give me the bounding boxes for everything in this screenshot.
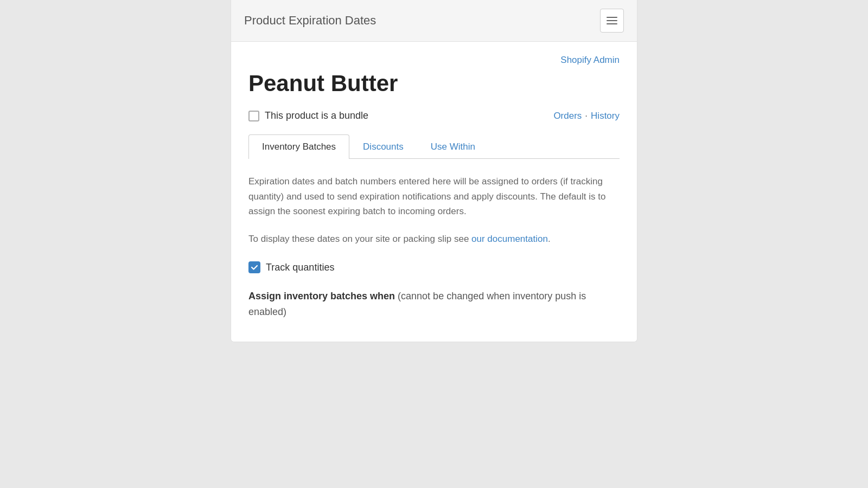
page-wrapper: Product Expiration Dates Shopify Admin P… bbox=[0, 0, 868, 488]
menu-toggle-button[interactable] bbox=[600, 9, 624, 33]
page-content: Shopify Admin Peanut Butter This product… bbox=[231, 42, 637, 342]
assign-batches-bold: Assign inventory batches when bbox=[248, 291, 395, 301]
description-text: Expiration dates and batch numbers enter… bbox=[248, 174, 620, 219]
track-quantities-checkbox-wrapper bbox=[248, 261, 260, 273]
page-header: Product Expiration Dates bbox=[231, 0, 637, 42]
doc-link-text: our documentation bbox=[471, 234, 548, 244]
bundle-checkbox-label[interactable]: This product is a bundle bbox=[248, 110, 368, 121]
doc-link-pre-text: To display these dates on your site or p… bbox=[248, 234, 471, 244]
checkmark-icon bbox=[251, 264, 258, 271]
shopify-admin-link[interactable]: Shopify Admin bbox=[248, 55, 620, 66]
bundle-label-text: This product is a bundle bbox=[265, 110, 368, 121]
menu-icon-line2 bbox=[607, 20, 617, 21]
menu-icon-line1 bbox=[607, 17, 617, 18]
page-title: Product Expiration Dates bbox=[244, 14, 376, 28]
product-title: Peanut Butter bbox=[248, 70, 620, 97]
menu-icon-line3 bbox=[607, 23, 617, 24]
tab-discounts[interactable]: Discounts bbox=[349, 134, 417, 159]
orders-history-links: Orders · History bbox=[553, 111, 620, 121]
tab-use-within[interactable]: Use Within bbox=[417, 134, 489, 159]
track-quantities-label[interactable]: Track quantities bbox=[248, 261, 620, 273]
tabs-container: Inventory Batches Discounts Use Within bbox=[248, 134, 620, 159]
bundle-row: This product is a bundle Orders · Histor… bbox=[248, 110, 620, 121]
orders-link[interactable]: Orders bbox=[553, 111, 582, 121]
assign-batches-text: Assign inventory batches when (cannot be… bbox=[248, 288, 620, 320]
documentation-link[interactable]: our documentation bbox=[471, 234, 548, 244]
history-link[interactable]: History bbox=[591, 111, 620, 121]
tab-inventory-batches[interactable]: Inventory Batches bbox=[248, 134, 349, 159]
link-separator: · bbox=[585, 111, 588, 121]
doc-link-paragraph: To display these dates on your site or p… bbox=[248, 232, 620, 246]
main-card: Product Expiration Dates Shopify Admin P… bbox=[231, 0, 637, 342]
doc-link-post-text: . bbox=[548, 234, 551, 244]
bundle-checkbox[interactable] bbox=[248, 111, 259, 121]
track-quantities-text: Track quantities bbox=[266, 262, 334, 273]
